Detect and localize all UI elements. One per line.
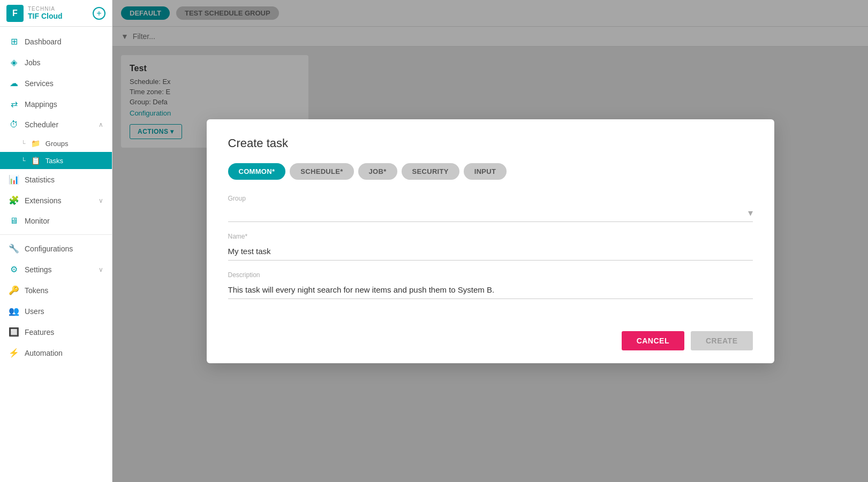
sidebar-item-jobs[interactable]: ◈ Jobs	[0, 52, 112, 73]
sidebar-item-label: Dashboard	[25, 37, 62, 46]
sidebar-item-settings[interactable]: ⚙ Settings ∨	[0, 259, 112, 280]
create-button[interactable]: CREATE	[691, 331, 753, 350]
features-icon: 🔲	[9, 327, 19, 337]
statistics-icon: 📊	[9, 174, 19, 185]
brand-name: TIF Cloud	[28, 12, 63, 20]
extensions-icon: 🧩	[9, 195, 19, 205]
sidebar-item-features[interactable]: 🔲 Features	[0, 322, 112, 342]
sidebar-item-label: Statistics	[25, 175, 55, 184]
folder-icon: 📁	[31, 139, 40, 148]
group-form-group: Group ▾	[228, 195, 753, 222]
monitor-icon: 🖥	[9, 216, 19, 226]
sub-connector-icon: └	[21, 140, 26, 147]
sidebar-item-tasks[interactable]: └ 📋 Tasks	[0, 152, 112, 169]
sidebar-item-label: Jobs	[25, 58, 41, 67]
main-area: DEFAULT TEST SCHEDULE GROUP ▼ Test Sched…	[112, 0, 868, 482]
sidebar: F TECHNIA TIF Cloud + ⊞ Dashboard ◈ Jobs…	[0, 0, 112, 482]
sidebar-subitem-label: Groups	[46, 140, 69, 148]
modal-tab-security[interactable]: SECURITY	[402, 163, 459, 180]
sidebar-logo: F	[6, 5, 24, 22]
sidebar-brand: TECHNIA TIF Cloud	[28, 6, 63, 20]
dashboard-icon: ⊞	[9, 36, 19, 47]
automation-icon: ⚡	[9, 348, 19, 358]
sidebar-nav: ⊞ Dashboard ◈ Jobs ☁ Services ⇄ Mappings…	[0, 27, 112, 482]
sidebar-item-services[interactable]: ☁ Services	[0, 73, 112, 94]
modal-tabs: COMMON* SCHEDULE* JOB* SECURITY INPUT	[228, 163, 753, 180]
group-label: Group	[228, 195, 753, 202]
description-form-group: Description	[228, 271, 753, 299]
name-form-group: Name*	[228, 233, 753, 261]
add-button[interactable]: +	[93, 7, 105, 20]
sidebar-item-label: Users	[25, 307, 44, 316]
sidebar-item-label: Scheduler	[25, 120, 58, 129]
sidebar-item-groups[interactable]: └ 📁 Groups	[0, 135, 112, 152]
services-icon: ☁	[9, 78, 19, 88]
mappings-icon: ⇄	[9, 99, 19, 109]
modal-footer: CANCEL CREATE	[228, 318, 753, 350]
sidebar-item-label: Mappings	[25, 100, 57, 109]
modal-tab-common[interactable]: COMMON*	[228, 163, 286, 180]
sidebar-item-tokens[interactable]: 🔑 Tokens	[0, 280, 112, 301]
tasks-icon: 📋	[31, 156, 40, 165]
sidebar-item-scheduler[interactable]: ⏱ Scheduler ∧	[0, 114, 112, 135]
chevron-up-icon: ∧	[99, 121, 103, 128]
scheduler-icon: ⏱	[9, 120, 19, 129]
sidebar-item-extensions[interactable]: 🧩 Extensions ∨	[0, 190, 112, 211]
sidebar-item-label: Features	[25, 328, 54, 336]
sidebar-item-configurations[interactable]: 🔧 Configurations	[0, 238, 112, 259]
sidebar-item-label: Settings	[25, 265, 52, 274]
sidebar-item-label: Automation	[25, 349, 63, 357]
chevron-down-icon: ∨	[99, 197, 103, 204]
sidebar-header: F TECHNIA TIF Cloud +	[0, 0, 112, 27]
description-label: Description	[228, 271, 753, 279]
group-select[interactable]	[228, 204, 753, 222]
sidebar-item-mappings[interactable]: ⇄ Mappings	[0, 94, 112, 114]
sidebar-item-label: Configurations	[25, 244, 73, 253]
chevron-down-icon: ∨	[99, 266, 103, 273]
modal-body: Group ▾ Name* Description	[228, 195, 753, 310]
create-task-modal: Create task COMMON* SCHEDULE* JOB* SECUR…	[207, 119, 774, 363]
sidebar-item-label: Monitor	[25, 217, 50, 225]
modal-overlay: Create task COMMON* SCHEDULE* JOB* SECUR…	[112, 0, 868, 482]
sidebar-item-label: Tokens	[25, 286, 48, 295]
sidebar-item-users[interactable]: 👥 Users	[0, 301, 112, 322]
sidebar-item-label: Services	[25, 79, 54, 88]
tokens-icon: 🔑	[9, 285, 19, 295]
cancel-button[interactable]: CANCEL	[622, 331, 684, 350]
group-select-wrapper: ▾	[228, 204, 753, 222]
sidebar-item-monitor[interactable]: 🖥 Monitor	[0, 211, 112, 231]
settings-icon: ⚙	[9, 264, 19, 274]
sub-connector-icon: └	[21, 157, 26, 164]
brand-sub: TECHNIA	[28, 6, 63, 12]
sidebar-item-statistics[interactable]: 📊 Statistics	[0, 169, 112, 190]
sidebar-subitem-label: Tasks	[46, 157, 63, 165]
modal-tab-job[interactable]: JOB*	[358, 163, 397, 180]
divider	[0, 234, 112, 235]
modal-tab-input[interactable]: INPUT	[464, 163, 507, 180]
name-input[interactable]	[228, 242, 753, 261]
users-icon: 👥	[9, 306, 19, 316]
description-input[interactable]	[228, 281, 753, 299]
modal-tab-schedule[interactable]: SCHEDULE*	[290, 163, 353, 180]
modal-title: Create task	[228, 136, 753, 150]
name-label: Name*	[228, 233, 753, 240]
sidebar-item-automation[interactable]: ⚡ Automation	[0, 342, 112, 363]
sidebar-item-dashboard[interactable]: ⊞ Dashboard	[0, 31, 112, 52]
jobs-icon: ◈	[9, 57, 19, 67]
configurations-icon: 🔧	[9, 243, 19, 254]
sidebar-item-label: Extensions	[25, 196, 61, 205]
